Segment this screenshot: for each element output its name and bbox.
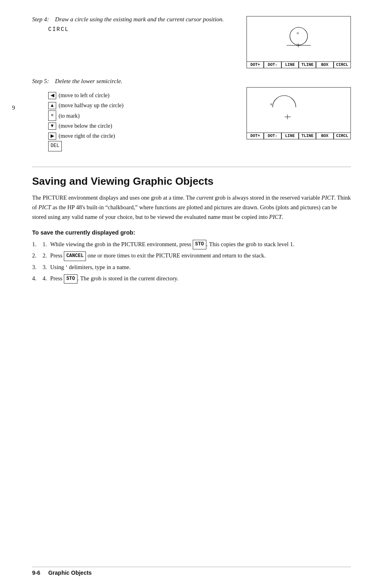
step5-left: ◀ (move to left of circle) ▲ (move halfw…	[32, 87, 238, 155]
down-arrow-key[interactable]: ▼	[48, 122, 56, 130]
step4-left: Step 4: Draw a circle using the existing…	[32, 16, 238, 36]
saving-step-2: 2. Press CANCEL one or more times to exi…	[32, 251, 351, 261]
body-text-4: as the HP 48's built-in “chalkboard,” wh…	[32, 204, 337, 220]
step4-block: Step 4: Draw a circle using the existing…	[32, 16, 351, 68]
step4-command: CIRCL	[48, 26, 238, 33]
step4-content: Press STO. The grob is stored in the cur…	[50, 274, 179, 284]
del-key-button[interactable]: DEL	[48, 141, 62, 151]
key-mark: ✕ (to mark)	[48, 110, 238, 121]
step5-row: ◀ (move to left of circle) ▲ (move halfw…	[32, 87, 351, 155]
menu2-box: BOX	[316, 133, 333, 139]
menu-circl: CIRCL	[334, 62, 350, 68]
key-right-desc: (move right of the circle)	[59, 131, 115, 141]
menu-line: LINE	[281, 62, 299, 68]
saving-step-4: 4. Press STO. The grob is stored in the …	[32, 274, 351, 284]
body-pict3: PICT	[269, 214, 281, 220]
key-left-desc: (move to left of circle)	[59, 90, 110, 100]
step5-description: Delete the lower semicircle.	[55, 78, 122, 84]
num-2: 2.	[43, 251, 47, 261]
menu2-dot-plus: DOT+	[247, 133, 264, 139]
num-1: 1.	[43, 240, 47, 250]
saving-step-1: 1. While viewing the grob in the PICTURE…	[32, 240, 351, 250]
svg-text:×: ×	[270, 101, 273, 107]
step5-key-list: ◀ (move to left of circle) ▲ (move halfw…	[48, 90, 238, 151]
section-divider	[32, 167, 351, 167]
step4-label-text: Step 4:	[32, 16, 49, 22]
menu-box: BOX	[316, 62, 333, 68]
footer-inner: 9-6 Graphic Objects	[32, 567, 351, 576]
body-text-5: .	[282, 214, 283, 220]
step5-label-text: Step 5:	[32, 78, 49, 84]
menu-dot-plus: DOT+	[247, 62, 264, 68]
section-title: Saving and Viewing Graphic Objects	[32, 175, 351, 188]
calc-screen-step4: ×	[247, 16, 350, 61]
calc-screen-step5: ×	[247, 88, 350, 133]
step5-block: Step 5: Delete the lower semicircle. ◀ (…	[32, 78, 351, 155]
body-text-1: The PICTURE environment displays and use…	[32, 194, 196, 201]
key-up: ▲ (move halfway up the circle)	[48, 100, 238, 110]
footer-section-name: Graphic Objects	[48, 570, 92, 576]
step5-label: Step 5: Delete the lower semicircle.	[32, 78, 351, 85]
key-down-desc: (move below the circle)	[59, 121, 112, 131]
step4-description: Draw a circle using the existing mark an…	[55, 16, 224, 22]
key-down: ▼ (move below the circle)	[48, 121, 238, 131]
saving-steps-list: 1. While viewing the grob in the PICTURE…	[32, 240, 351, 284]
step5-display: × DOT+ DOT- LINE TLINE BOX CIRCL	[247, 87, 351, 139]
cancel-key[interactable]: CANCEL	[64, 251, 86, 261]
footer-page-num: 9-6	[32, 570, 40, 576]
key-mark-desc: (to mark)	[59, 111, 79, 121]
saving-step-3: 3. Using ‘ delimiters, type in a name.	[32, 263, 351, 272]
key-right: ▶ (move right of the circle)	[48, 131, 238, 141]
calc-display-step5: × DOT+ DOT- LINE TLINE BOX CIRCL	[247, 87, 351, 139]
section-body-paragraph: The PICTURE environment displays and use…	[32, 193, 351, 222]
sto-key-2[interactable]: STO	[64, 274, 77, 284]
num-3: 3.	[43, 263, 47, 272]
mark-key[interactable]: ✕	[48, 110, 56, 121]
calc-menubar-step4: DOT+ DOT- LINE TLINE BOX CIRCL	[247, 61, 350, 68]
body-current: current	[196, 194, 213, 201]
menu-dot-minus: DOT-	[264, 62, 281, 68]
num-4: 4.	[43, 274, 47, 284]
menu-tline: TLINE	[299, 62, 316, 68]
menu2-circl: CIRCL	[334, 133, 350, 139]
menu2-line: LINE	[281, 133, 299, 139]
step4-svg: ×	[275, 22, 323, 56]
step4-label: Step 4: Draw a circle using the existing…	[32, 16, 238, 23]
body-text-2: grob is always stored in the reserved va…	[213, 194, 321, 201]
left-arrow-key[interactable]: ◀	[48, 92, 56, 99]
step4-display: × DOT+ DOT- LINE TLINE BOX CIRCL	[247, 16, 351, 68]
key-up-desc: (move halfway up the circle)	[59, 100, 124, 110]
body-pict2: PICT	[39, 204, 51, 210]
page-number: 9	[12, 104, 15, 111]
calc-menubar-step5: DOT+ DOT- LINE TLINE BOX CIRCL	[247, 133, 350, 139]
page-footer: 9-6 Graphic Objects	[32, 567, 351, 576]
sto-key-1[interactable]: STO	[193, 240, 206, 249]
svg-text:×: ×	[296, 30, 299, 36]
up-arrow-key[interactable]: ▲	[48, 102, 56, 109]
step3-content: Using ‘ delimiters, type in a name.	[50, 263, 131, 272]
calc-display-step4: × DOT+ DOT- LINE TLINE BOX CIRCL	[247, 16, 351, 68]
menu2-tline: TLINE	[299, 133, 316, 139]
key-del: DEL	[48, 141, 238, 151]
menu2-dot-minus: DOT-	[264, 133, 281, 139]
subsection-title: To save the currently displayed grob:	[32, 229, 351, 236]
page-content: 9 Step 4: Draw a circle using the existi…	[32, 16, 351, 284]
step5-svg: ×	[251, 92, 347, 128]
right-arrow-key[interactable]: ▶	[48, 133, 56, 140]
key-left: ◀ (move to left of circle)	[48, 90, 238, 100]
body-pict1: PICT	[322, 194, 334, 201]
step1-content: While viewing the grob in the PICTURE en…	[50, 240, 294, 250]
step2-content: Press CANCEL one or more times to exit t…	[50, 251, 266, 261]
